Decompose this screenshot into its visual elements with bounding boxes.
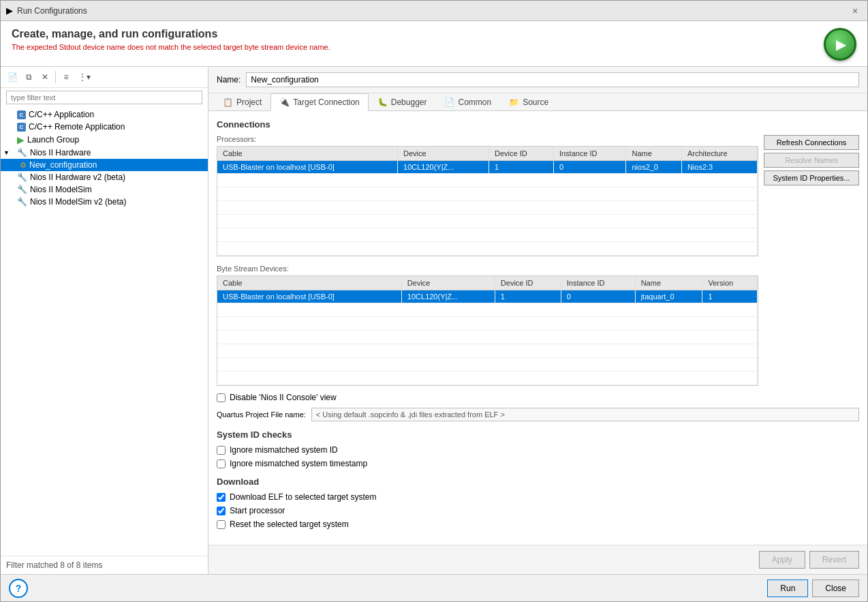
table-row[interactable]: USB-Blaster on localhost [USB-0] 10CL120… bbox=[217, 161, 758, 174]
table-row bbox=[217, 344, 758, 358]
sidebar-item-launch-group[interactable]: ▶ Launch Group bbox=[1, 133, 208, 147]
duplicate-config-button[interactable]: ⧉ bbox=[21, 70, 36, 85]
revert-button[interactable]: Revert bbox=[809, 551, 859, 569]
ignore-id-checkbox[interactable] bbox=[217, 446, 226, 455]
debugger-tab-icon: 🐛 bbox=[377, 97, 388, 107]
disable-console-checkbox[interactable] bbox=[217, 393, 226, 402]
reset-target-checkbox[interactable] bbox=[217, 520, 226, 529]
sidebar-item-nios-modelsim[interactable]: 🔧 Nios II ModelSim bbox=[1, 183, 208, 196]
proc-architecture: Nios2:3 bbox=[681, 161, 757, 174]
new-config-button[interactable]: 📄 bbox=[5, 70, 20, 85]
run-button[interactable]: Run bbox=[767, 580, 808, 597]
sidebar-item-nios-hw[interactable]: ▼ 🔧 Nios II Hardware bbox=[1, 147, 208, 159]
processors-label: Processors: bbox=[217, 135, 758, 143]
table-row bbox=[217, 228, 758, 242]
table-row bbox=[217, 303, 758, 317]
proc-cable: USB-Blaster on localhost [USB-0] bbox=[217, 161, 398, 174]
quartus-label: Quartus Project File name: bbox=[217, 410, 306, 419]
filter-area bbox=[1, 88, 208, 107]
more-options-button[interactable]: ⋮▾ bbox=[75, 70, 94, 85]
processors-col-device: Device bbox=[398, 147, 489, 161]
start-processor-row[interactable]: Start processor bbox=[217, 506, 859, 515]
nios-hw-v2-icon: 🔧 bbox=[17, 172, 27, 182]
sidebar-footer: Filter matched 8 of 8 items bbox=[1, 556, 208, 574]
ignore-id-label: Ignore mismatched system ID bbox=[230, 445, 338, 455]
table-row[interactable]: USB-Blaster on localhost [USB-0] 10CL120… bbox=[217, 290, 758, 303]
bs-col-device: Device bbox=[401, 276, 495, 290]
sidebar-item-nios-modelsim-label: Nios II ModelSim bbox=[30, 185, 92, 194]
tab-target-connection[interactable]: 🔌 Target Connection bbox=[270, 93, 368, 111]
table-row bbox=[217, 358, 758, 372]
main-content: 📄 ⧉ ✕ ≡ ⋮▾ C C/C++ Application bbox=[1, 67, 867, 574]
system-id-section: System ID checks Ignore mismatched syste… bbox=[217, 430, 859, 468]
processors-table-container: Cable Device Device ID Instance ID Name … bbox=[217, 146, 758, 256]
bs-device: 10CL120(Y|Z... bbox=[401, 290, 495, 303]
name-field[interactable] bbox=[246, 72, 859, 87]
nios-modelsim-icon: 🔧 bbox=[17, 185, 27, 194]
table-row bbox=[217, 317, 758, 331]
help-button[interactable]: ? bbox=[9, 579, 28, 598]
run-large-button[interactable] bbox=[824, 28, 856, 61]
window-close-button[interactable]: × bbox=[848, 4, 862, 18]
header-title: Create, manage, and run configurations bbox=[12, 28, 330, 40]
sidebar-item-nios-modelsim-v2-label: Nios II ModelSim v2 (beta) bbox=[30, 197, 126, 207]
common-tab-label: Common bbox=[458, 97, 491, 107]
tab-project[interactable]: 📋 Project bbox=[214, 93, 270, 111]
bs-name: jtaquart_0 bbox=[635, 290, 702, 303]
sidebar-item-c-cpp-app-label: C/C++ Application bbox=[29, 110, 94, 119]
collapse-all-button[interactable]: ≡ bbox=[59, 70, 74, 85]
ignore-id-row[interactable]: Ignore mismatched system ID bbox=[217, 445, 859, 455]
tab-source[interactable]: 📁 Source bbox=[500, 93, 557, 111]
project-tab-label: Project bbox=[236, 97, 262, 107]
connections-title: Connections bbox=[217, 119, 859, 130]
table-row bbox=[217, 174, 758, 187]
resolve-names-button[interactable]: Resolve Names bbox=[764, 153, 859, 168]
ignore-timestamp-row[interactable]: Ignore mismatched system timestamp bbox=[217, 459, 859, 468]
sidebar-item-c-cpp-remote[interactable]: C C/C++ Remote Application bbox=[1, 121, 208, 133]
tab-common[interactable]: 📄 Common bbox=[435, 93, 500, 111]
ignore-timestamp-checkbox[interactable] bbox=[217, 460, 226, 468]
delete-config-button[interactable]: ✕ bbox=[37, 70, 52, 85]
header-area: Create, manage, and run configurations T… bbox=[1, 21, 867, 67]
new-config-icon: ⚙ bbox=[20, 161, 27, 170]
window-footer: ? Run Close bbox=[1, 574, 867, 601]
download-elf-checkbox[interactable] bbox=[217, 493, 226, 502]
processors-col-instance-id: Instance ID bbox=[553, 147, 626, 161]
processors-header-row: Cable Device Device ID Instance ID Name … bbox=[217, 147, 758, 161]
bs-instance-id: 0 bbox=[561, 290, 635, 303]
sidebar-item-c-cpp-app[interactable]: C C/C++ Application bbox=[1, 108, 208, 121]
processors-col-device-id: Device ID bbox=[489, 147, 554, 161]
sidebar-item-c-cpp-remote-label: C/C++ Remote Application bbox=[29, 122, 125, 132]
table-row bbox=[217, 201, 758, 215]
apply-button[interactable]: Apply bbox=[759, 551, 805, 569]
sidebar-item-nios-hw-v2[interactable]: 🔧 Nios II Hardware v2 (beta) bbox=[1, 171, 208, 183]
sidebar-item-launch-group-label: Launch Group bbox=[27, 135, 79, 145]
sidebar-item-nios-modelsim-v2[interactable]: 🔧 Nios II ModelSim v2 (beta) bbox=[1, 196, 208, 208]
close-button[interactable]: Close bbox=[812, 580, 859, 597]
name-bar: Name: bbox=[208, 67, 867, 93]
c-cpp-remote-icon: C bbox=[17, 123, 26, 132]
reset-target-row[interactable]: Reset the selected target system bbox=[217, 520, 859, 529]
filter-input[interactable] bbox=[6, 91, 202, 104]
processors-body: USB-Blaster on localhost [USB-0] 10CL120… bbox=[217, 161, 758, 256]
byte-stream-header-row: Cable Device Device ID Instance ID Name … bbox=[217, 276, 758, 290]
bs-col-version: Version bbox=[702, 276, 758, 290]
target-tab-icon: 🔌 bbox=[279, 97, 290, 107]
target-tab-label: Target Connection bbox=[293, 97, 359, 107]
refresh-connections-button[interactable]: Refresh Connections bbox=[764, 135, 859, 150]
table-row bbox=[217, 372, 758, 385]
disable-console-label[interactable]: Disable 'Nios II Console' view bbox=[217, 393, 859, 402]
table-row bbox=[217, 242, 758, 256]
download-elf-row[interactable]: Download ELF to selected target system bbox=[217, 492, 859, 502]
quartus-input[interactable] bbox=[311, 408, 859, 421]
connections-row: Processors: Cable Device Device ID Insta bbox=[217, 135, 859, 386]
processors-col-cable: Cable bbox=[217, 147, 398, 161]
reset-target-label: Reset the selected target system bbox=[230, 520, 349, 529]
system-id-properties-button[interactable]: System ID Properties... bbox=[764, 170, 859, 185]
bs-version: 1 bbox=[702, 290, 758, 303]
tab-debugger[interactable]: 🐛 Debugger bbox=[369, 93, 436, 111]
byte-stream-table: Cable Device Device ID Instance ID Name … bbox=[217, 276, 758, 385]
sidebar-item-new-config[interactable]: ⚙ New_configuration bbox=[1, 159, 208, 171]
start-processor-checkbox[interactable] bbox=[217, 507, 226, 515]
bs-col-instance-id: Instance ID bbox=[561, 276, 635, 290]
